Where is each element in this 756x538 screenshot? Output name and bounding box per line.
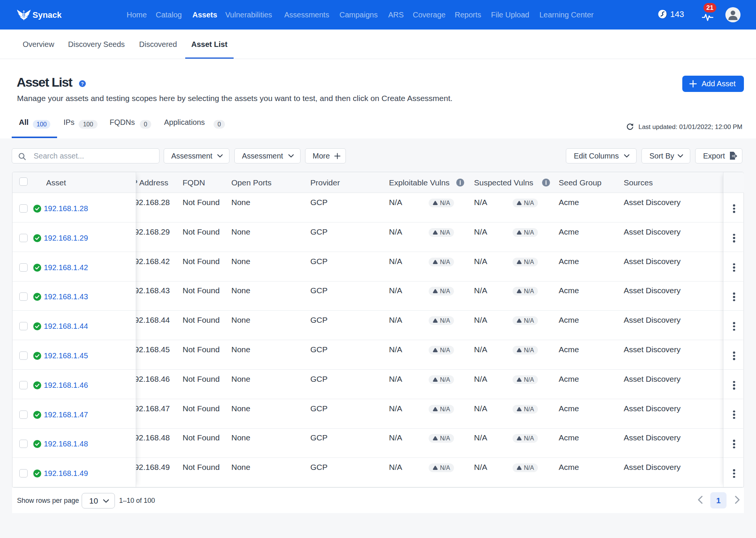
- svg-text:?: ?: [81, 81, 84, 87]
